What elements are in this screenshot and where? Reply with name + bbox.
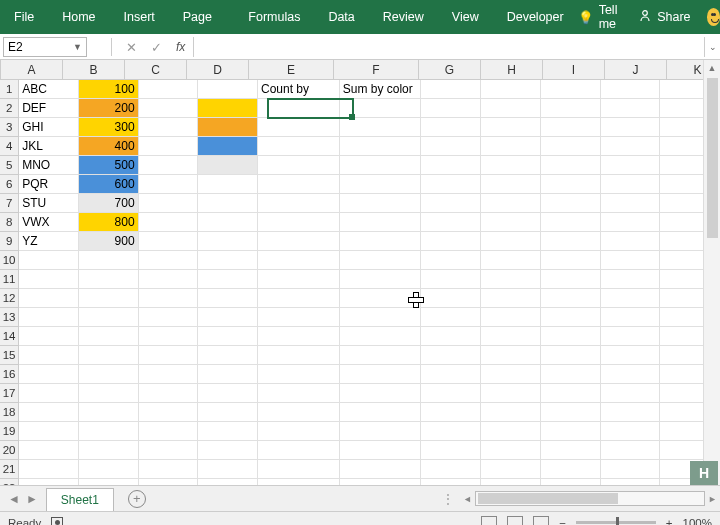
cell[interactable] <box>79 422 139 441</box>
cell[interactable] <box>481 365 541 384</box>
cell[interactable] <box>601 460 661 479</box>
column-header[interactable]: H <box>481 60 543 79</box>
cell[interactable]: DEF <box>19 99 79 118</box>
cell[interactable] <box>139 308 199 327</box>
row-header[interactable]: 5 <box>0 156 19 175</box>
cell[interactable] <box>541 327 601 346</box>
cell[interactable] <box>139 384 199 403</box>
cell[interactable] <box>19 289 79 308</box>
cell[interactable] <box>421 365 481 384</box>
cell[interactable] <box>139 346 199 365</box>
cell[interactable] <box>19 365 79 384</box>
cancel-formula-icon[interactable]: ✕ <box>126 40 137 55</box>
cell[interactable] <box>198 441 258 460</box>
cell[interactable] <box>481 327 541 346</box>
cell[interactable] <box>481 137 541 156</box>
cell[interactable] <box>340 441 422 460</box>
cell[interactable]: Sum by color <box>340 80 422 99</box>
ribbon-tab-data[interactable]: Data <box>314 0 368 34</box>
cell[interactable] <box>421 460 481 479</box>
cell[interactable]: 600 <box>79 175 139 194</box>
cell[interactable] <box>198 251 258 270</box>
cell[interactable] <box>601 80 661 99</box>
cell[interactable]: 200 <box>79 99 139 118</box>
cell[interactable] <box>79 365 139 384</box>
cell[interactable] <box>198 270 258 289</box>
ribbon-tab-view[interactable]: View <box>438 0 493 34</box>
cell[interactable] <box>79 308 139 327</box>
cell[interactable] <box>340 384 422 403</box>
cell[interactable] <box>541 308 601 327</box>
cell[interactable] <box>79 479 139 485</box>
cell[interactable] <box>79 327 139 346</box>
view-pagelayout-button[interactable] <box>507 516 523 526</box>
ribbon-tab-formulas[interactable]: Formulas <box>234 0 314 34</box>
cell[interactable] <box>421 270 481 289</box>
row-header[interactable]: 8 <box>0 213 19 232</box>
cell[interactable] <box>421 346 481 365</box>
cell[interactable] <box>198 99 258 118</box>
cell[interactable] <box>139 270 199 289</box>
cell[interactable] <box>601 403 661 422</box>
cell[interactable] <box>541 384 601 403</box>
row-header[interactable]: 15 <box>0 346 19 365</box>
ribbon-tab-home[interactable]: Home <box>48 0 109 34</box>
cell[interactable] <box>258 99 340 118</box>
cell[interactable] <box>601 156 661 175</box>
cell[interactable] <box>601 118 661 137</box>
cell[interactable] <box>541 118 601 137</box>
cell[interactable]: YZ <box>19 232 79 251</box>
cell[interactable] <box>139 441 199 460</box>
vertical-scroll-thumb[interactable] <box>707 78 718 238</box>
cell[interactable] <box>258 365 340 384</box>
cell[interactable] <box>258 156 340 175</box>
cell[interactable] <box>258 270 340 289</box>
cell[interactable] <box>541 80 601 99</box>
cell[interactable]: PQR <box>19 175 79 194</box>
cell[interactable] <box>340 175 422 194</box>
cell[interactable] <box>79 403 139 422</box>
cell[interactable] <box>340 403 422 422</box>
cell[interactable] <box>19 251 79 270</box>
cell[interactable] <box>541 137 601 156</box>
cell[interactable] <box>340 213 422 232</box>
cell[interactable] <box>481 251 541 270</box>
vertical-scrollbar[interactable]: ▲ ▼ <box>703 60 720 485</box>
cell[interactable] <box>79 384 139 403</box>
cell[interactable]: JKL <box>19 137 79 156</box>
cell[interactable] <box>601 137 661 156</box>
sheet-tab[interactable]: Sheet1 <box>46 488 114 511</box>
cell[interactable] <box>421 175 481 194</box>
sheet-nav-next-icon[interactable]: ► <box>26 492 38 506</box>
scroll-right-icon[interactable]: ► <box>705 494 720 504</box>
row-header[interactable]: 2 <box>0 99 19 118</box>
cell[interactable] <box>481 384 541 403</box>
zoom-in-button[interactable]: + <box>666 517 673 526</box>
cell[interactable] <box>601 194 661 213</box>
cell[interactable] <box>601 384 661 403</box>
smiley-icon[interactable] <box>707 8 720 26</box>
cell[interactable] <box>198 156 258 175</box>
cell[interactable] <box>601 327 661 346</box>
cell[interactable] <box>19 403 79 422</box>
cell[interactable] <box>139 137 199 156</box>
cell[interactable]: 900 <box>79 232 139 251</box>
cell[interactable] <box>541 175 601 194</box>
ribbon-tab-review[interactable]: Review <box>369 0 438 34</box>
cell[interactable] <box>340 346 422 365</box>
cell[interactable] <box>541 156 601 175</box>
cell[interactable] <box>198 213 258 232</box>
cell[interactable] <box>258 327 340 346</box>
fx-label[interactable]: fx <box>176 40 185 54</box>
ribbon-tab-developer[interactable]: Developer <box>493 0 578 34</box>
cell[interactable] <box>198 137 258 156</box>
cell[interactable] <box>139 232 199 251</box>
row-header[interactable]: 20 <box>0 441 19 460</box>
cell[interactable]: STU <box>19 194 79 213</box>
cell[interactable] <box>421 308 481 327</box>
cell[interactable] <box>601 346 661 365</box>
cell[interactable] <box>481 232 541 251</box>
cell[interactable] <box>198 118 258 137</box>
tellme-button[interactable]: 💡 Tell me <box>578 3 623 31</box>
cell[interactable] <box>481 80 541 99</box>
